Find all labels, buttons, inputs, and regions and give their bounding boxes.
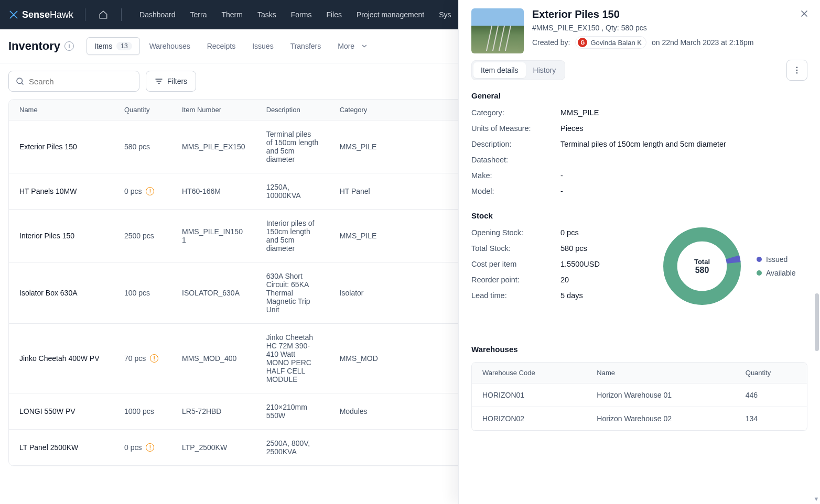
filters-button[interactable]: Filters xyxy=(146,71,196,92)
cell-item-number: LTP_2500KW xyxy=(171,430,256,466)
creator-chip[interactable]: G Govinda Balan K xyxy=(575,36,646,49)
wh-col-name[interactable]: Name xyxy=(586,363,735,384)
item-detail-panel: Exterior Piles 150 #MMS_PILE_EX150 , Qty… xyxy=(458,0,820,466)
close-icon xyxy=(799,8,810,19)
search-input[interactable] xyxy=(29,77,133,86)
tab-more[interactable]: More xyxy=(330,37,375,55)
cell-description: Jinko Cheetah HC 72M 390-410 Watt MONO P… xyxy=(256,324,329,393)
home-icon xyxy=(99,10,108,19)
legend-dot-available xyxy=(757,270,762,276)
brand-name-1: Sense xyxy=(22,9,50,20)
detail-meta: Created by: G Govinda Balan K on 22nd Ma… xyxy=(532,36,807,49)
tab-warehouses[interactable]: Warehouses xyxy=(142,37,198,55)
nav-system[interactable]: Sys xyxy=(433,6,457,23)
nav-divider xyxy=(121,8,122,21)
donut-chart: Total 580 xyxy=(660,224,744,308)
cell-description: Interior piles of 150cm length and 5cm d… xyxy=(256,210,329,262)
page-title: Inventory i xyxy=(8,39,74,53)
panel-body[interactable]: General Category:MMS_PILE Units of Measu… xyxy=(459,88,820,466)
nav-project-management[interactable]: Project management xyxy=(350,6,430,23)
cell-item-number: MMS_PILE_IN150 1 xyxy=(171,210,256,262)
brand-mark-icon xyxy=(8,9,19,20)
cell-name: LT Panel 2500KW xyxy=(9,430,114,466)
item-thumbnail xyxy=(471,8,524,53)
cell-name: HT Panels 10MW xyxy=(9,173,114,210)
svg-point-1 xyxy=(796,67,797,68)
search-box[interactable] xyxy=(8,71,139,92)
brand-logo[interactable]: SenseHawk xyxy=(8,9,73,20)
chevron-down-icon xyxy=(361,42,368,50)
home-button[interactable] xyxy=(95,6,112,23)
cell-name: Jinko Cheetah 400W PV xyxy=(9,324,114,393)
cell-description: 630A Short Circuit: 65KA Thermal Magneti… xyxy=(256,262,329,324)
detail-tab-segment: Item details History xyxy=(471,60,565,80)
section-general: General xyxy=(471,91,807,100)
chart-legend: Issued Available xyxy=(757,255,796,277)
close-button[interactable] xyxy=(799,8,810,19)
tab-items[interactable]: Items 13 xyxy=(87,37,140,55)
tab-transfers[interactable]: Transfers xyxy=(283,37,329,55)
cell-item-number: MMS_MOD_400 xyxy=(171,324,256,393)
stock-kv: Opening Stock:0 pcs Total Stock:580 pcs … xyxy=(471,228,644,300)
cell-quantity: 0 pcs! xyxy=(114,430,171,466)
nav-terra[interactable]: Terra xyxy=(184,6,213,23)
cell-quantity: 0 pcs! xyxy=(114,173,171,210)
col-quantity[interactable]: Quantity xyxy=(114,100,171,120)
col-item-number[interactable]: Item Number xyxy=(171,100,256,120)
svg-point-3 xyxy=(796,72,797,73)
panel-header: Exterior Piles 150 #MMS_PILE_EX150 , Qty… xyxy=(459,0,820,60)
nav-therm[interactable]: Therm xyxy=(215,6,249,23)
wh-col-qty[interactable]: Quantity xyxy=(735,363,807,384)
cell-quantity: 580 pcs xyxy=(114,120,171,173)
tab-item-details[interactable]: Item details xyxy=(473,62,526,78)
detail-subtitle: #MMS_PILE_EX150 , Qty: 580 pcs xyxy=(532,24,807,32)
cell-item-number: LR5-72HBD xyxy=(171,393,256,430)
cell-description: Terminal piles of 150cm length and 5cm d… xyxy=(256,120,329,173)
nav-forms[interactable]: Forms xyxy=(285,6,318,23)
scrollbar-thumb[interactable] xyxy=(815,293,819,351)
warehouses-table: Warehouse Code Name Quantity HORIZON01 H… xyxy=(471,362,807,431)
search-icon xyxy=(15,76,25,86)
filter-icon xyxy=(155,77,163,85)
inventory-tabs: Items 13 Warehouses Receipts Issues Tran… xyxy=(87,37,375,55)
general-kv: Category:MMS_PILE Units of Measure:Piece… xyxy=(471,108,807,195)
nav-divider xyxy=(85,8,85,21)
items-count-badge: 13 xyxy=(116,42,132,50)
cell-quantity: 2500 pcs xyxy=(114,210,171,262)
cell-item-number: HT60-166M xyxy=(171,173,256,210)
cell-wh-code: HORIZON01 xyxy=(472,384,586,407)
tab-history[interactable]: History xyxy=(526,62,564,78)
stock-chart: Total 580 Issued Available xyxy=(660,224,796,308)
cell-wh-name: Horizon Warehouse 01 xyxy=(586,384,735,407)
avatar: G xyxy=(578,38,587,47)
donut-center: Total 580 xyxy=(660,224,744,308)
cell-quantity: 1000 pcs xyxy=(114,393,171,430)
col-description[interactable]: Description xyxy=(256,100,329,120)
cell-wh-qty: 446 xyxy=(735,384,807,407)
detail-title: Exterior Piles 150 xyxy=(532,8,807,20)
nav-dashboard[interactable]: Dashboard xyxy=(133,6,182,23)
table-row[interactable]: HORIZON02 Horizon Warehouse 02 134 xyxy=(472,407,807,431)
cell-name: Exterior Piles 150 xyxy=(9,120,114,173)
cell-wh-qty: 134 xyxy=(735,407,807,431)
info-icon[interactable]: i xyxy=(64,41,74,51)
cell-description: 1250A, 10000KVA xyxy=(256,173,329,210)
svg-point-2 xyxy=(796,70,797,71)
section-stock: Stock xyxy=(471,211,807,220)
cell-wh-name: Horizon Warehouse 02 xyxy=(586,407,735,431)
nav-items: Dashboard Terra Therm Tasks Forms Files … xyxy=(133,6,457,23)
cell-wh-code: HORIZON02 xyxy=(472,407,586,431)
more-actions-button[interactable] xyxy=(786,60,807,81)
col-name[interactable]: Name xyxy=(9,100,114,120)
tab-receipts[interactable]: Receipts xyxy=(200,37,243,55)
nav-files[interactable]: Files xyxy=(320,6,348,23)
panel-tabs-row: Item details History xyxy=(459,60,820,88)
table-row[interactable]: HORIZON01 Horizon Warehouse 01 446 xyxy=(472,384,807,407)
nav-tasks[interactable]: Tasks xyxy=(251,6,283,23)
stock-row: Opening Stock:0 pcs Total Stock:580 pcs … xyxy=(471,228,807,315)
warning-icon: ! xyxy=(150,354,158,363)
legend-dot-issued xyxy=(757,257,762,262)
wh-col-code[interactable]: Warehouse Code xyxy=(472,363,586,384)
section-warehouses: Warehouses xyxy=(471,345,807,354)
tab-issues[interactable]: Issues xyxy=(245,37,280,55)
